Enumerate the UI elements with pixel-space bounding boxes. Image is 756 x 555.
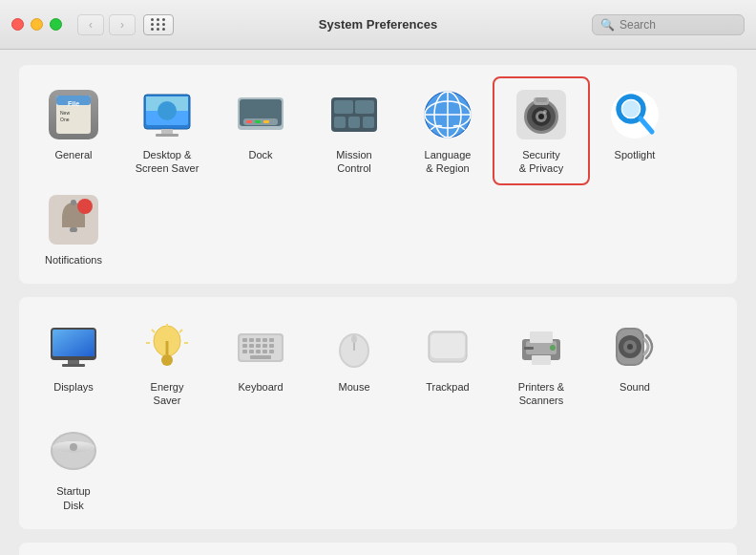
pref-desktop[interactable]: Desktop &Screen Saver <box>120 78 214 183</box>
dock-icon <box>232 86 289 143</box>
svg-rect-64 <box>249 338 254 342</box>
spotlight-icon <box>606 86 663 143</box>
pref-sound[interactable]: Sound <box>588 310 682 416</box>
language-label: Language& Region <box>425 148 472 176</box>
keyboard-label: Keyboard <box>238 380 283 394</box>
search-bar[interactable]: 🔍 <box>592 14 745 35</box>
pref-security[interactable]: Security& Privacy <box>494 78 588 183</box>
svg-rect-65 <box>256 338 261 342</box>
security-icon <box>513 86 570 143</box>
svg-point-89 <box>550 345 556 351</box>
pref-printers[interactable]: Printers &Scanners <box>494 310 588 416</box>
security-label: Security& Privacy <box>519 148 563 176</box>
svg-point-9 <box>158 101 177 120</box>
svg-text:One: One <box>60 117 70 122</box>
svg-rect-68 <box>242 344 247 348</box>
displays-icon <box>45 318 102 375</box>
svg-rect-19 <box>334 100 353 114</box>
dock-label: Dock <box>248 148 272 161</box>
svg-line-58 <box>179 330 182 332</box>
svg-rect-72 <box>269 344 274 348</box>
pref-notifications[interactable]: Notifications <box>27 183 120 274</box>
svg-rect-76 <box>262 350 267 353</box>
pref-dock[interactable]: Dock <box>214 78 307 183</box>
nav-buttons: ‹ › <box>77 14 136 35</box>
show-all-button[interactable] <box>143 14 174 35</box>
svg-rect-67 <box>269 338 274 342</box>
sound-icon <box>606 318 663 375</box>
section-personal: File New One General <box>19 65 737 284</box>
personal-grid: File New One General <box>27 78 729 274</box>
desktop-icon <box>138 86 196 143</box>
traffic-lights <box>11 18 62 31</box>
spotlight-label: Spotlight <box>615 148 656 161</box>
pref-language[interactable]: Language& Region <box>401 78 494 183</box>
svg-rect-10 <box>161 129 173 134</box>
svg-point-54 <box>161 354 173 366</box>
svg-rect-38 <box>536 97 547 102</box>
forward-button[interactable]: › <box>109 14 136 35</box>
svg-rect-20 <box>355 100 374 114</box>
notifications-icon <box>45 191 102 248</box>
svg-rect-78 <box>250 355 271 359</box>
svg-rect-90 <box>524 347 534 350</box>
search-input[interactable] <box>620 18 736 32</box>
pref-mission-control[interactable]: MissionControl <box>307 78 401 183</box>
close-button[interactable] <box>11 18 24 31</box>
general-icon: File New One <box>45 86 102 143</box>
energy-label: EnergySaver <box>151 380 184 408</box>
svg-rect-15 <box>246 120 252 123</box>
svg-rect-73 <box>242 350 247 353</box>
svg-rect-63 <box>242 338 247 342</box>
pref-displays[interactable]: Displays <box>27 310 120 416</box>
svg-rect-22 <box>348 117 360 128</box>
svg-rect-66 <box>262 338 267 342</box>
notifications-label: Notifications <box>45 253 102 267</box>
svg-text:New: New <box>60 110 70 116</box>
svg-rect-45 <box>70 227 77 232</box>
pref-keyboard[interactable]: Keyboard <box>214 310 307 416</box>
displays-label: Displays <box>53 380 94 394</box>
section-hardware: Displays Ener <box>19 297 737 529</box>
svg-rect-77 <box>269 350 274 353</box>
pref-spotlight[interactable]: Spotlight <box>588 78 682 183</box>
startup-icon <box>45 422 102 480</box>
grid-icon <box>151 18 166 31</box>
language-icon <box>419 86 476 143</box>
svg-point-42 <box>622 100 640 117</box>
svg-point-82 <box>351 335 357 343</box>
svg-rect-52 <box>62 364 85 367</box>
general-label: General <box>54 148 92 161</box>
printers-icon <box>513 318 570 375</box>
mouse-label: Mouse <box>338 380 369 394</box>
search-icon: 🔍 <box>600 18 615 32</box>
svg-rect-50 <box>52 330 94 356</box>
desktop-label: Desktop &Screen Saver <box>136 148 200 176</box>
svg-rect-11 <box>156 134 178 137</box>
main-content: File New One General <box>0 50 756 555</box>
svg-rect-69 <box>249 344 254 348</box>
startup-label: StartupDisk <box>56 484 90 512</box>
pref-energy[interactable]: EnergySaver <box>120 310 214 416</box>
hardware-grid: Displays Ener <box>27 310 729 520</box>
svg-rect-84 <box>430 333 465 358</box>
maximize-button[interactable] <box>50 18 62 31</box>
svg-rect-71 <box>262 344 267 348</box>
pref-startup[interactable]: StartupDisk <box>27 415 120 520</box>
printers-label: Printers &Scanners <box>518 380 564 408</box>
pref-general[interactable]: File New One General <box>27 78 120 183</box>
svg-point-47 <box>77 199 93 214</box>
svg-rect-88 <box>532 355 551 365</box>
energy-icon <box>138 318 196 375</box>
back-button[interactable]: ‹ <box>77 14 104 35</box>
svg-point-100 <box>70 443 77 451</box>
svg-rect-87 <box>530 331 553 343</box>
trackpad-label: Trackpad <box>426 380 469 394</box>
pref-mouse[interactable]: Mouse <box>307 310 401 416</box>
pref-trackpad[interactable]: Trackpad <box>401 310 494 416</box>
mouse-icon <box>326 318 383 375</box>
keyboard-icon <box>232 318 289 375</box>
minimize-button[interactable] <box>31 18 43 31</box>
section-internet: iCloud @ InternetAccounts <box>19 543 737 555</box>
svg-point-46 <box>71 200 76 205</box>
